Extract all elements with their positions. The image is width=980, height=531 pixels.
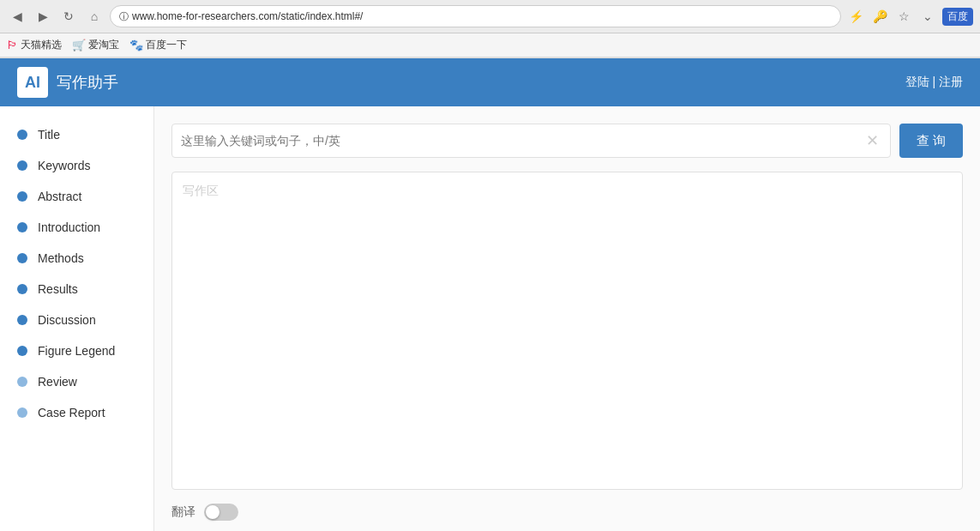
- lightning-icon[interactable]: ⚡: [846, 7, 865, 26]
- sidebar-dot-title: [17, 130, 27, 140]
- sidebar-dot-case-report: [17, 407, 27, 418]
- translation-row: 翻译: [171, 504, 963, 521]
- translation-toggle[interactable]: [204, 504, 238, 521]
- sidebar-item-figure-legend[interactable]: Figure Legend: [0, 335, 153, 366]
- sidebar-label-results: Results: [38, 282, 78, 296]
- sidebar-dot-keywords: [17, 160, 27, 171]
- register-link[interactable]: 注册: [939, 75, 963, 88]
- clear-button[interactable]: ✕: [864, 132, 881, 149]
- query-button[interactable]: 查 询: [899, 124, 963, 158]
- sidebar-dot-discussion: [17, 315, 27, 325]
- sidebar-item-discussion[interactable]: Discussion: [0, 305, 153, 335]
- header-title: 写作助手: [57, 72, 118, 93]
- chevron-down-icon[interactable]: ⌄: [918, 7, 937, 26]
- browser-chrome: ◀ ▶ ↻ ⌂ ⓘ www.home-for-researchers.com/s…: [0, 0, 980, 58]
- separator: |: [929, 75, 939, 88]
- sidebar-item-introduction[interactable]: Introduction: [0, 212, 153, 243]
- sidebar-label-case-report: Case Report: [38, 406, 105, 419]
- write-area-placeholder: 写作区: [183, 184, 219, 197]
- search-bar: ✕ 查 询: [171, 124, 963, 158]
- sidebar-label-abstract: Abstract: [38, 190, 81, 203]
- sidebar-item-review[interactable]: Review: [0, 366, 153, 397]
- sidebar-dot-introduction: [17, 222, 27, 232]
- bookmarks-bar: 🏳 天猫精选 🛒 爱淘宝 🐾 百度一下: [0, 33, 980, 57]
- baidu-icon: 🐾: [129, 39, 143, 51]
- translation-label: 翻译: [171, 504, 195, 520]
- sidebar-label-introduction: Introduction: [38, 220, 100, 234]
- toggle-knob: [206, 505, 219, 519]
- address-bar[interactable]: ⓘ www.home-for-researchers.com/static/in…: [110, 5, 841, 27]
- sidebar-label-keywords: Keywords: [38, 159, 90, 172]
- sidebar-item-abstract[interactable]: Abstract: [0, 181, 153, 212]
- main-layout: Title Keywords Abstract Introduction Met…: [0, 106, 980, 531]
- sidebar-label-discussion: Discussion: [38, 313, 96, 327]
- sidebar-label-methods: Methods: [38, 251, 84, 265]
- bookmark-tianmao[interactable]: 🏳 天猫精选: [7, 38, 62, 52]
- sidebar-item-results[interactable]: Results: [0, 274, 153, 305]
- search-input[interactable]: [181, 134, 864, 148]
- bookmark-taobao[interactable]: 🛒 爱淘宝: [72, 38, 119, 52]
- bookmark-baidu[interactable]: 🐾 百度一下: [129, 38, 187, 52]
- baidu-button[interactable]: 百度: [942, 8, 973, 26]
- sidebar: Title Keywords Abstract Introduction Met…: [0, 106, 154, 531]
- sidebar-dot-abstract: [17, 191, 27, 202]
- sidebar-dot-review: [17, 377, 27, 387]
- browser-toolbar: ◀ ▶ ↻ ⌂ ⓘ www.home-for-researchers.com/s…: [0, 0, 980, 33]
- sidebar-item-methods[interactable]: Methods: [0, 243, 153, 274]
- sidebar-label-review: Review: [38, 375, 77, 389]
- sidebar-dot-methods: [17, 253, 27, 263]
- ai-logo: AI: [17, 67, 48, 98]
- login-link[interactable]: 登陆: [905, 75, 929, 88]
- header-left: AI 写作助手: [17, 67, 118, 98]
- sidebar-item-keywords[interactable]: Keywords: [0, 150, 153, 181]
- tianmao-icon: 🏳: [7, 39, 18, 51]
- taobao-icon: 🛒: [72, 39, 86, 51]
- url-text: www.home-for-researchers.com/static/inde…: [132, 10, 363, 22]
- app-header: AI 写作助手 登陆 | 注册: [0, 58, 980, 106]
- app-container: AI 写作助手 登陆 | 注册 Title Keywords Abstract: [0, 58, 980, 531]
- sidebar-dot-results: [17, 284, 27, 294]
- sidebar-label-figure-legend: Figure Legend: [38, 344, 115, 358]
- sidebar-item-case-report[interactable]: Case Report: [0, 397, 153, 428]
- refresh-button[interactable]: ↻: [58, 6, 79, 27]
- forward-button[interactable]: ▶: [33, 6, 53, 27]
- sidebar-label-title: Title: [38, 128, 60, 142]
- sidebar-dot-figure-legend: [17, 346, 27, 356]
- sidebar-item-title[interactable]: Title: [0, 119, 153, 150]
- back-button[interactable]: ◀: [7, 6, 27, 27]
- key-icon[interactable]: 🔑: [870, 7, 889, 26]
- secure-icon: ⓘ: [119, 10, 129, 23]
- write-area[interactable]: 写作区: [171, 172, 963, 490]
- home-button[interactable]: ⌂: [84, 6, 105, 27]
- browser-right-icons: ⚡ 🔑 ☆ ⌄ 百度: [846, 7, 973, 26]
- search-input-wrapper: ✕: [171, 124, 891, 158]
- header-auth: 登陆 | 注册: [905, 75, 963, 90]
- content-area: ✕ 查 询 写作区 翻译: [154, 106, 980, 531]
- star-icon[interactable]: ☆: [894, 7, 913, 26]
